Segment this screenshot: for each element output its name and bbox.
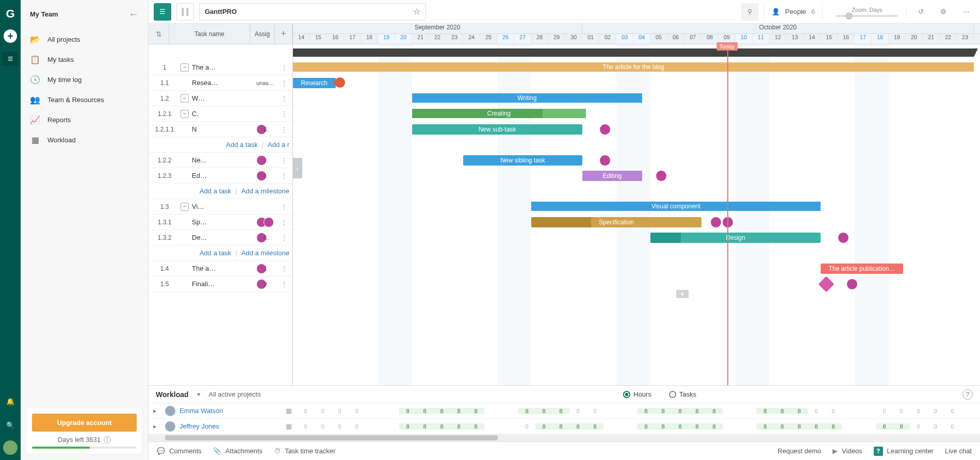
workload-cell[interactable]: 8 — [774, 408, 791, 414]
workload-cell[interactable] — [501, 408, 518, 414]
workload-cell[interactable]: 8 — [416, 408, 433, 414]
day-header[interactable]: 03 — [616, 34, 633, 44]
day-header[interactable]: 22 — [940, 34, 957, 44]
task-row[interactable]: 1.1 Resea… unas… ⋮ — [149, 75, 292, 91]
workload-cell[interactable]: 0 — [586, 408, 603, 414]
day-header[interactable]: 28 — [531, 34, 548, 44]
workload-cell[interactable] — [365, 423, 382, 430]
workload-cell[interactable]: 0 — [876, 408, 893, 414]
workload-cell[interactable]: 0 — [297, 423, 314, 430]
workload-cell[interactable] — [365, 408, 382, 414]
assignee-cell[interactable]: J. — [256, 155, 279, 166]
info-icon[interactable]: i — [104, 436, 111, 443]
settings-icon[interactable]: ⚙ — [935, 3, 952, 21]
day-header[interactable]: 20 — [906, 34, 923, 44]
workload-cell[interactable]: 0 — [314, 408, 331, 414]
sidebar-item-5[interactable]: ▦ Workload — [25, 130, 144, 150]
expand-indicator[interactable]: ▾ — [676, 290, 689, 298]
row-more-icon[interactable]: ⋮ — [279, 125, 289, 134]
workload-avatar[interactable] — [165, 406, 175, 416]
workload-cell[interactable]: 8 — [672, 408, 689, 414]
workload-cell[interactable] — [620, 423, 638, 430]
task-name-cell[interactable]: Finali… — [192, 280, 256, 288]
user-avatar[interactable] — [3, 440, 18, 455]
workload-cell[interactable]: 0 — [927, 423, 944, 430]
day-header[interactable]: 02 — [599, 34, 616, 44]
workload-cell[interactable]: 0 — [314, 423, 331, 430]
col-task-name[interactable]: Task name — [169, 24, 250, 44]
sidebar-item-2[interactable]: 🕓 My time log — [25, 70, 144, 90]
row-more-icon[interactable]: ⋮ — [279, 110, 289, 118]
workload-dropdown-icon[interactable]: ▾ — [197, 390, 201, 398]
day-header[interactable]: 22 — [429, 34, 446, 44]
collapse-sidebar-icon[interactable]: ← — [128, 8, 139, 20]
day-header[interactable]: 13 — [787, 34, 804, 44]
sidebar-item-1[interactable]: 📋 My tasks — [25, 50, 144, 70]
bar-assignee-avatar[interactable] — [599, 124, 611, 135]
workload-help-icon[interactable]: ? — [962, 389, 973, 400]
workload-cell[interactable]: 0 — [893, 408, 910, 414]
task-row[interactable]: 1.2.3 Ed… J. ⋮ — [149, 168, 292, 184]
add-task-link[interactable]: Add a task — [226, 141, 257, 149]
expand-toggle[interactable]: − — [181, 63, 189, 72]
task-row[interactable]: 1.2.1.1 N E. ⋮ — [149, 122, 292, 137]
day-header[interactable]: 19 — [889, 34, 906, 44]
row-more-icon[interactable]: ⋮ — [279, 265, 289, 273]
videos-button[interactable]: ▶Videos — [832, 447, 862, 455]
workload-cell[interactable]: 8 — [706, 423, 723, 430]
gantt-bar[interactable]: Specification — [531, 217, 701, 227]
search-icon[interactable]: 🔍 — [2, 417, 19, 433]
day-header[interactable]: 21 — [923, 34, 940, 44]
expand-toggle[interactable]: − — [181, 203, 189, 211]
add-milestone-link[interactable]: Add a milestone — [241, 187, 289, 195]
task-name-cell[interactable]: W… — [192, 94, 256, 102]
workload-cell[interactable]: 0 — [569, 408, 586, 414]
add-task-link[interactable]: Add a task — [200, 249, 231, 257]
workload-cell[interactable]: 8 — [416, 423, 433, 430]
day-header[interactable]: 15 — [821, 34, 838, 44]
bar-assignee-avatar[interactable] — [846, 278, 858, 290]
gantt-bar[interactable]: The article for the blog — [293, 62, 974, 72]
people-button[interactable]: 👤 People 6 — [764, 3, 823, 21]
collapse-grid-tab[interactable]: ‹ — [293, 158, 302, 178]
project-summary-bar[interactable] — [293, 48, 974, 57]
workload-cell[interactable] — [859, 423, 876, 430]
workload-cell[interactable] — [842, 408, 859, 414]
create-button[interactable]: + — [2, 28, 19, 44]
workload-cell[interactable]: 8 — [450, 423, 467, 430]
day-header[interactable]: 04 — [633, 34, 650, 44]
workload-cell[interactable]: 0 — [910, 423, 927, 430]
bar-assignee-avatar[interactable] — [599, 155, 611, 166]
day-header[interactable]: 01 — [582, 34, 599, 44]
bar-assignee-avatar[interactable] — [838, 232, 849, 243]
gantt-chart[interactable]: September 2020October 2020 1415161718192… — [293, 24, 980, 385]
workload-cell[interactable] — [620, 408, 638, 414]
workload-cell[interactable]: 8 — [706, 408, 723, 414]
attachments-button[interactable]: 📎Attachments — [213, 447, 263, 455]
live-chat-button[interactable]: Live chat — [945, 447, 972, 455]
filter-icon[interactable]: ⚲ — [741, 3, 759, 21]
workload-expand-icon[interactable]: ▸ — [149, 407, 161, 415]
calendar-icon[interactable]: ▦ — [283, 422, 295, 430]
gantt-bar[interactable]: Editing — [582, 171, 642, 181]
col-assignee[interactable]: Assig — [250, 24, 275, 44]
workload-cell[interactable]: 8 — [399, 408, 416, 414]
workload-cell[interactable]: 8 — [791, 423, 808, 430]
workload-cell[interactable]: 8 — [791, 408, 808, 414]
task-name-cell[interactable]: Ed… — [192, 172, 256, 179]
task-row[interactable]: 1 − The a… ⋮ — [149, 60, 292, 75]
task-name-cell[interactable]: The a… — [192, 63, 256, 71]
row-more-icon[interactable]: ⋮ — [279, 156, 289, 165]
gantt-bar[interactable]: Design — [650, 233, 821, 243]
row-more-icon[interactable]: ⋮ — [279, 63, 289, 72]
day-header[interactable]: 23 — [957, 34, 974, 44]
history-icon[interactable]: ↺ — [912, 3, 929, 21]
row-more-icon[interactable]: ⋮ — [279, 79, 289, 87]
day-header[interactable]: 16 — [327, 34, 344, 44]
workload-cell[interactable]: 0 — [518, 423, 535, 430]
workload-cell[interactable] — [859, 408, 876, 414]
add-milestone-link[interactable]: Add a milestone — [241, 249, 289, 257]
workload-cell[interactable] — [484, 423, 501, 430]
add-milestone-link[interactable]: Add a r — [268, 141, 289, 149]
workload-cell[interactable] — [740, 423, 757, 430]
